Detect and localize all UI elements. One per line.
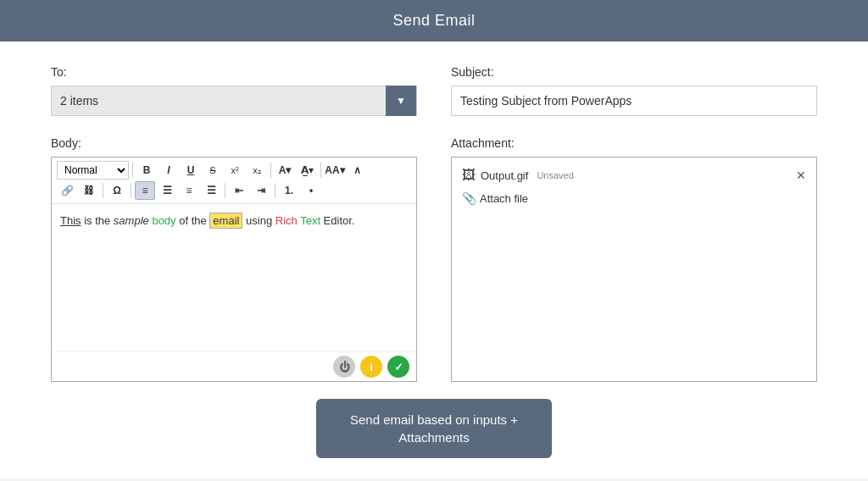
body-sample: sample xyxy=(114,214,149,227)
attachment-label: Attachment: xyxy=(451,136,817,150)
main-content: To: 2 items ▼ Subject: Body: xyxy=(0,41,868,478)
file-name: Output.gif xyxy=(481,169,528,182)
bold-button[interactable]: B xyxy=(136,161,157,180)
font-size-button[interactable]: AA▾ xyxy=(325,161,345,180)
send-email-button[interactable]: Send email based on inputs +Attachments xyxy=(316,399,552,458)
subject-field-group: Subject: xyxy=(451,65,817,116)
highlight-button[interactable]: A̲▾ xyxy=(297,161,317,180)
to-field-group: To: 2 items ▼ xyxy=(51,65,417,116)
attachment-section: Attachment: 🖼 Output.gif Unsaved ✕ 📎 Att… xyxy=(451,136,817,382)
separator-3 xyxy=(320,163,321,178)
send-button-label: Send email based on inputs +Attachments xyxy=(350,412,518,445)
body-rich: Rich xyxy=(275,214,298,227)
body-body: body xyxy=(152,214,175,227)
body-text-word: Text xyxy=(300,214,320,227)
font-color-button[interactable]: A▾ xyxy=(275,161,295,180)
attachment-file-info: 🖼 Output.gif Unsaved xyxy=(462,168,574,183)
subject-label: Subject: xyxy=(451,65,817,79)
body-this: This xyxy=(60,214,81,227)
align-left-button[interactable]: ≡ xyxy=(135,181,155,200)
style-select[interactable]: Normal Heading 1 Heading 2 xyxy=(57,161,129,180)
ordered-list-button[interactable]: 1. xyxy=(279,181,299,200)
strikethrough-button[interactable]: S xyxy=(203,161,223,180)
subscript-button[interactable]: x₂ xyxy=(247,161,267,180)
file-icon: 🖼 xyxy=(462,168,476,183)
rich-editor[interactable]: Normal Heading 1 Heading 2 B I U S x² x₂… xyxy=(51,157,417,382)
attach-link-label: Attach file xyxy=(480,192,528,205)
separator-6 xyxy=(225,183,225,198)
body-label: Body: xyxy=(51,136,417,150)
editor-body[interactable]: This is the sample body of the email usi… xyxy=(52,204,416,351)
separator-2 xyxy=(270,163,271,178)
indent-decrease-button[interactable]: ⇤ xyxy=(229,181,249,200)
body-email: email xyxy=(209,213,242,229)
send-button-row: Send email based on inputs +Attachments xyxy=(51,399,817,458)
top-fields-row: To: 2 items ▼ Subject: xyxy=(51,65,817,116)
body-attachment-row: Body: Normal Heading 1 Heading 2 B I U xyxy=(51,136,817,382)
attachment-file-row: 🖼 Output.gif Unsaved ✕ xyxy=(462,168,806,183)
separator-1 xyxy=(132,163,133,178)
to-value: 2 items xyxy=(52,86,386,116)
toolbar-row-1: Normal Heading 1 Heading 2 B I U S x² x₂… xyxy=(57,161,411,180)
body-section: Body: Normal Heading 1 Heading 2 B I U xyxy=(51,136,417,382)
page-header: Send Email xyxy=(0,0,868,41)
attach-file-link[interactable]: 📎 Attach file xyxy=(462,191,806,205)
to-dropdown-arrow[interactable]: ▼ xyxy=(386,86,416,116)
power-button[interactable]: ⏻ xyxy=(333,356,355,378)
attachment-box: 🖼 Output.gif Unsaved ✕ 📎 Attach file xyxy=(451,157,817,382)
subject-input[interactable] xyxy=(451,86,817,116)
editor-footer: ⏻ i ✓ xyxy=(52,351,416,381)
indent-increase-button[interactable]: ⇥ xyxy=(251,181,271,200)
align-right-button[interactable]: ≡ xyxy=(179,181,199,200)
check-button[interactable]: ✓ xyxy=(387,356,409,378)
body-text: This is the sample body of the email usi… xyxy=(60,213,408,229)
special-chars-button[interactable]: Ω xyxy=(107,181,127,200)
remove-file-button[interactable]: ✕ xyxy=(796,169,806,181)
italic-button[interactable]: I xyxy=(159,161,179,180)
file-unsaved-badge: Unsaved xyxy=(537,170,573,180)
underline-button[interactable]: U xyxy=(181,161,201,180)
chevron-down-icon: ▼ xyxy=(396,95,406,107)
separator-7 xyxy=(275,183,275,198)
align-center-button[interactable]: ☰ xyxy=(157,181,177,200)
paperclip-icon: 📎 xyxy=(462,191,476,205)
info-button[interactable]: i xyxy=(360,356,382,378)
separator-5 xyxy=(131,183,131,198)
unlink-button[interactable]: ⛓ xyxy=(79,181,99,200)
unordered-list-button[interactable]: • xyxy=(301,181,321,200)
superscript-button[interactable]: x² xyxy=(225,161,245,180)
to-select[interactable]: 2 items ▼ xyxy=(51,86,417,116)
collapse-toolbar-button[interactable]: ∧ xyxy=(347,161,367,180)
separator-4 xyxy=(103,183,103,198)
toolbar-row-2: 🔗 ⛓ Ω ≡ ☰ ≡ ☰ ⇤ ⇥ 1. • xyxy=(57,181,411,200)
page-title: Send Email xyxy=(392,12,475,29)
link-button[interactable]: 🔗 xyxy=(57,181,77,200)
to-label: To: xyxy=(51,65,417,79)
editor-toolbar: Normal Heading 1 Heading 2 B I U S x² x₂… xyxy=(52,158,416,204)
align-justify-button[interactable]: ☰ xyxy=(201,181,221,200)
